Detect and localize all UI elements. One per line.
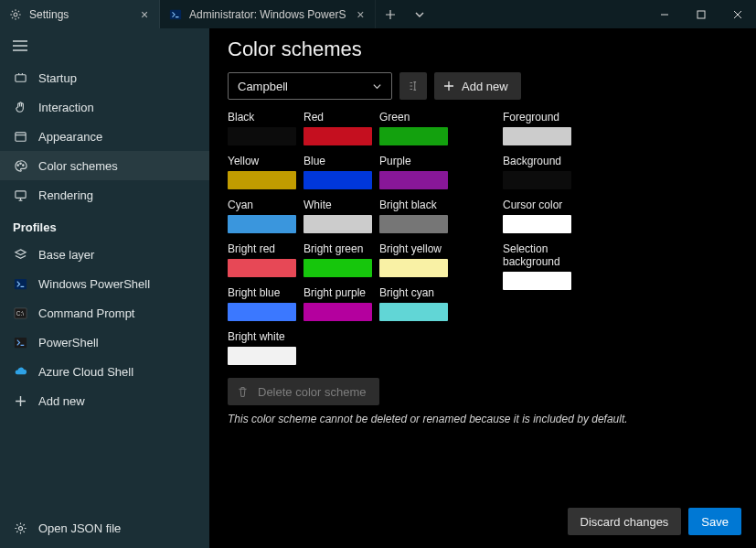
color-swatch[interactable]: Purple bbox=[379, 155, 448, 189]
swatch-row: Background bbox=[503, 155, 571, 189]
sidebar-item-rendering[interactable]: Rendering bbox=[0, 180, 209, 210]
close-icon[interactable]: × bbox=[137, 8, 152, 21]
swatch-box[interactable] bbox=[303, 303, 372, 321]
color-swatch[interactable]: Bright white bbox=[228, 330, 296, 365]
sidebar-item-label: Rendering bbox=[38, 188, 93, 202]
save-label: Save bbox=[701, 515, 729, 529]
sidebar-profile-azure-cloud-shell[interactable]: Azure Cloud Shell bbox=[0, 357, 209, 386]
color-swatch[interactable]: Bright blue bbox=[228, 286, 296, 321]
color-swatch[interactable]: Selection background bbox=[503, 242, 571, 290]
swatch-label: Red bbox=[303, 111, 372, 124]
color-swatch[interactable]: Cyan bbox=[228, 199, 296, 233]
svg-rect-12 bbox=[14, 337, 26, 347]
swatch-box[interactable] bbox=[379, 171, 448, 189]
swatch-box[interactable] bbox=[503, 272, 571, 290]
content-area: Color schemes Campbell Add new BlackRedG… bbox=[209, 28, 756, 548]
swatch-box[interactable] bbox=[228, 259, 296, 277]
sidebar-item-label: Command Prompt bbox=[38, 306, 134, 320]
sidebar-add-new-profile[interactable]: Add new bbox=[0, 386, 209, 415]
sidebar-profile-base-layer[interactable]: Base layer bbox=[0, 240, 209, 269]
swatch-box[interactable] bbox=[379, 127, 448, 145]
color-swatch[interactable]: Bright red bbox=[228, 242, 296, 277]
hamburger-button[interactable] bbox=[0, 28, 209, 63]
rename-scheme-button[interactable] bbox=[399, 72, 427, 100]
color-swatch[interactable]: Bright cyan bbox=[379, 286, 448, 321]
save-button[interactable]: Save bbox=[688, 508, 741, 535]
power-icon bbox=[13, 70, 27, 85]
swatch-box[interactable] bbox=[303, 127, 372, 145]
swatch-box[interactable] bbox=[228, 215, 296, 233]
sidebar-profile-powershell[interactable]: PowerShell bbox=[0, 328, 209, 357]
sidebar-profile-windows-powershell[interactable]: Windows PowerShell bbox=[0, 269, 209, 298]
open-json-file-button[interactable]: Open JSON file bbox=[0, 513, 209, 543]
close-window-button[interactable] bbox=[719, 0, 756, 28]
add-new-label: Add new bbox=[462, 80, 508, 93]
svg-point-7 bbox=[22, 164, 24, 166]
plus-icon bbox=[443, 81, 454, 91]
color-swatch[interactable]: Bright yellow bbox=[379, 242, 448, 277]
monitor-icon bbox=[13, 188, 27, 202]
gear-icon bbox=[13, 521, 27, 535]
swatch-box[interactable] bbox=[503, 171, 571, 189]
color-swatch[interactable]: Bright purple bbox=[303, 286, 372, 321]
color-swatch[interactable]: Background bbox=[503, 155, 571, 189]
swatch-label: Bright black bbox=[379, 199, 448, 211]
sidebar-item-startup[interactable]: Startup bbox=[0, 63, 209, 92]
swatch-label: Purple bbox=[379, 155, 448, 167]
swatch-box[interactable] bbox=[303, 171, 372, 189]
svg-rect-3 bbox=[15, 74, 25, 81]
swatch-box[interactable] bbox=[228, 127, 296, 145]
swatch-label: Foreground bbox=[503, 111, 571, 124]
gear-icon bbox=[9, 8, 22, 21]
minimize-button[interactable] bbox=[646, 0, 683, 28]
cmd-icon: C:\ bbox=[13, 306, 27, 320]
scheme-select[interactable]: Campbell bbox=[228, 72, 392, 100]
swatch-box[interactable] bbox=[379, 303, 448, 321]
hand-icon bbox=[13, 100, 27, 114]
swatch-box[interactable] bbox=[503, 127, 571, 145]
swatch-row: BlackRedGreen bbox=[228, 111, 448, 145]
delete-label: Delete color scheme bbox=[258, 385, 367, 399]
swatch-box[interactable] bbox=[379, 259, 448, 277]
hint-text: This color scheme cannot be deleted or r… bbox=[209, 407, 756, 425]
tab-settings[interactable]: Settings × bbox=[0, 0, 160, 28]
color-swatch[interactable]: Bright green bbox=[303, 242, 372, 277]
swatch-box[interactable] bbox=[503, 215, 571, 233]
tab-dropdown-button[interactable] bbox=[405, 0, 434, 28]
swatch-box[interactable] bbox=[228, 303, 296, 321]
add-new-scheme-button[interactable]: Add new bbox=[434, 72, 521, 100]
swatch-row: Cursor color bbox=[503, 199, 571, 233]
sidebar-item-appearance[interactable]: Appearance bbox=[0, 122, 209, 151]
swatch-box[interactable] bbox=[228, 347, 296, 365]
swatch-box[interactable] bbox=[228, 171, 296, 189]
maximize-button[interactable] bbox=[683, 0, 719, 28]
sidebar-item-color-schemes[interactable]: Color schemes bbox=[0, 151, 209, 180]
swatch-row: Bright white bbox=[228, 330, 448, 365]
svg-rect-9 bbox=[14, 278, 26, 288]
sidebar-item-interaction[interactable]: Interaction bbox=[0, 92, 209, 122]
svg-point-13 bbox=[18, 526, 22, 530]
swatch-box[interactable] bbox=[379, 215, 448, 233]
color-swatch[interactable]: Black bbox=[228, 111, 296, 145]
new-tab-button[interactable] bbox=[376, 0, 405, 28]
color-swatch[interactable]: Cursor color bbox=[503, 199, 571, 233]
color-swatch[interactable]: Green bbox=[379, 111, 448, 145]
discard-changes-button[interactable]: Discard changes bbox=[568, 508, 682, 535]
color-swatch[interactable]: White bbox=[303, 199, 372, 233]
swatch-row: Foreground bbox=[503, 111, 571, 145]
svg-rect-1 bbox=[170, 9, 181, 19]
color-swatch[interactable]: Blue bbox=[303, 155, 372, 189]
color-swatch[interactable]: Red bbox=[303, 111, 372, 145]
color-swatch[interactable]: Foreground bbox=[503, 111, 571, 145]
sidebar-profile-command-prompt[interactable]: C:\ Command Prompt bbox=[0, 298, 209, 328]
close-icon[interactable]: × bbox=[353, 8, 367, 21]
window-icon bbox=[13, 129, 27, 144]
swatch-box[interactable] bbox=[303, 215, 372, 233]
color-swatch[interactable]: Bright black bbox=[379, 199, 448, 233]
tab-powershell[interactable]: Administrator: Windows PowerS × bbox=[160, 0, 376, 28]
swatch-box[interactable] bbox=[303, 259, 372, 277]
chevron-down-icon bbox=[372, 81, 382, 91]
tab-label: Settings bbox=[29, 8, 130, 21]
swatch-row: Selection background bbox=[503, 242, 571, 290]
color-swatch[interactable]: Yellow bbox=[228, 155, 296, 189]
